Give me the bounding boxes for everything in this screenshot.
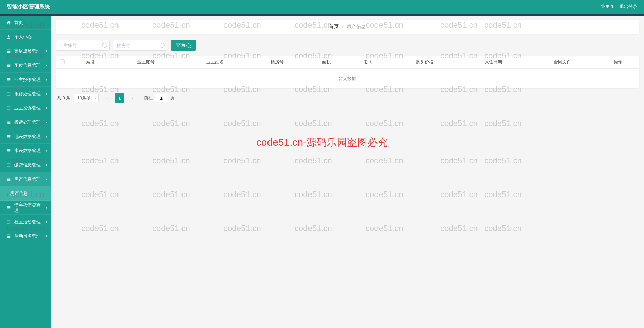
logout-link[interactable]: 退出登录 (620, 4, 637, 10)
sidebar-item-家庭成员管理[interactable]: 家庭成员管理▾ (0, 44, 51, 58)
handle-icon (6, 120, 12, 125)
sidebar-item-label: 车位信息管理 (14, 62, 41, 68)
search-button-label: 查询 (176, 42, 185, 48)
svg-rect-3 (7, 52, 11, 53)
clear-icon[interactable] (102, 43, 107, 48)
sidebar-item-label: 缴费信息管理 (14, 162, 41, 168)
col-操作: 操作 (597, 56, 639, 69)
sidebar-item-label: 活动报名管理 (14, 233, 41, 239)
col-购买价格: 购买价格 (390, 56, 459, 69)
sidebar-item-活动报名管理[interactable]: 活动报名管理▾ (0, 229, 51, 243)
svg-rect-29 (7, 179, 11, 180)
sidebar-item-报修处理管理[interactable]: 报修处理管理▾ (0, 87, 51, 101)
breadcrumb-home[interactable]: 首页 (329, 24, 339, 29)
svg-rect-19 (7, 135, 11, 136)
select-all-checkbox[interactable] (60, 59, 65, 64)
search-row: 查询 (56, 37, 639, 56)
pagination: 共 0 条 10条/页 ‹ 1 › 前往 页 (56, 88, 639, 107)
svg-rect-16 (7, 121, 11, 121)
breadcrumb: 首页 / 房产信息 (56, 20, 639, 34)
fee-icon (6, 162, 12, 168)
sidebar-item-电表数据管理[interactable]: 电表数据管理▾ (0, 129, 51, 144)
sidebar-item-社区活动管理[interactable]: 社区活动管理▾ (0, 215, 51, 229)
col-业主账号: 业主账号 (112, 56, 180, 69)
sidebar-item-水表数据管理[interactable]: 水表数据管理▾ (0, 144, 51, 158)
chevron-down-icon: ▾ (46, 234, 47, 238)
col-业主姓名: 业主姓名 (180, 56, 249, 69)
sidebar-item-缴费信息管理[interactable]: 缴费信息管理▾ (0, 158, 51, 172)
search-building-input[interactable] (113, 40, 167, 51)
svg-rect-20 (7, 136, 11, 137)
svg-rect-32 (7, 207, 11, 208)
sidebar-item-首页[interactable]: 首页 (0, 16, 51, 30)
water-icon (6, 148, 12, 153)
sidebar-item-label: 个人中心 (14, 34, 32, 40)
svg-rect-12 (7, 95, 11, 95)
header-right: 业主 1 退出登录 (601, 4, 637, 10)
sidebar-item-投诉处理管理[interactable]: 投诉处理管理▾ (0, 115, 51, 129)
user-label[interactable]: 业主 1 (601, 4, 614, 10)
page-next-button[interactable]: › (128, 93, 137, 103)
sidebar-item-房产信息管理[interactable]: 房产信息管理▾ (0, 172, 51, 186)
svg-rect-8 (7, 79, 11, 80)
svg-rect-35 (7, 222, 11, 222)
chevron-down-icon: ▾ (46, 206, 47, 209)
svg-rect-38 (7, 236, 11, 237)
app-title: 智能小区管理系统 (7, 3, 50, 11)
page-size-select[interactable]: 10条/页 (74, 94, 98, 102)
repair-icon (6, 77, 12, 82)
sidebar-item-停车场信息管理[interactable]: 停车场信息管理▾ (0, 201, 51, 215)
sidebar-subitem-property[interactable]: 房产信息 (0, 186, 51, 201)
svg-rect-25 (7, 163, 11, 164)
page-jump: 前往 页 (144, 94, 175, 102)
svg-rect-17 (7, 122, 11, 123)
svg-rect-31 (7, 206, 11, 207)
svg-rect-33 (7, 208, 11, 209)
data-table: 索引业主账号业主姓名楼房号面积朝向购买价格入住日期合同文件操作 暂无数据 (56, 56, 639, 88)
sidebar-item-label: 投诉处理管理 (14, 119, 41, 125)
svg-rect-13 (7, 106, 11, 107)
chevron-down-icon: ▾ (46, 163, 47, 167)
parking-icon (6, 205, 12, 210)
house-icon (6, 177, 12, 182)
sidebar-item-label: 停车场信息管理 (14, 202, 45, 214)
chevron-down-icon: ▾ (46, 78, 47, 81)
jump-prefix: 前往 (144, 95, 153, 101)
svg-rect-11 (7, 94, 11, 94)
search-icon (186, 43, 191, 48)
table-wrap: 索引业主账号业主姓名楼房号面积朝向购买价格入住日期合同文件操作 暂无数据 (56, 56, 639, 88)
sidebar-item-个人中心[interactable]: 个人中心 (0, 30, 51, 44)
sidebar-item-label: 家庭成员管理 (14, 48, 41, 54)
col-索引: 索引 (69, 56, 112, 69)
svg-rect-14 (7, 108, 11, 108)
sidebar-item-label: 水表数据管理 (14, 148, 41, 154)
sidebar-item-label: 电表数据管理 (14, 134, 41, 140)
sidebar-item-业主报修管理[interactable]: 业主报修管理▾ (0, 73, 51, 87)
svg-rect-34 (7, 220, 11, 221)
family-icon (6, 48, 12, 54)
elec-icon (6, 134, 12, 139)
svg-rect-18 (7, 123, 11, 124)
page-number-button[interactable]: 1 (115, 93, 124, 103)
search-owner-wrap (56, 40, 110, 51)
page-total: 共 0 条 (57, 95, 70, 101)
chevron-down-icon: ▾ (46, 63, 47, 67)
svg-rect-9 (7, 80, 11, 81)
sidebar-item-车位信息管理[interactable]: 车位信息管理▾ (0, 58, 51, 73)
col-楼房号: 楼房号 (249, 56, 305, 69)
sidebar-item-业主投诉管理[interactable]: 业主投诉管理▾ (0, 101, 51, 115)
svg-rect-21 (7, 137, 11, 138)
search-button[interactable]: 查询 (171, 40, 196, 51)
car-icon (6, 63, 12, 68)
clear-icon[interactable] (160, 43, 165, 48)
svg-rect-28 (7, 178, 11, 178)
svg-rect-15 (7, 109, 11, 109)
breadcrumb-sep: / (342, 24, 343, 29)
sidebar-item-label: 业主投诉管理 (14, 105, 41, 111)
header: 智能小区管理系统 业主 1 退出登录 (0, 0, 644, 14)
page-jump-input[interactable] (155, 94, 168, 102)
page-prev-button[interactable]: ‹ (102, 93, 111, 103)
svg-rect-36 (7, 223, 11, 223)
svg-point-0 (8, 35, 9, 37)
search-owner-input[interactable] (56, 40, 110, 51)
